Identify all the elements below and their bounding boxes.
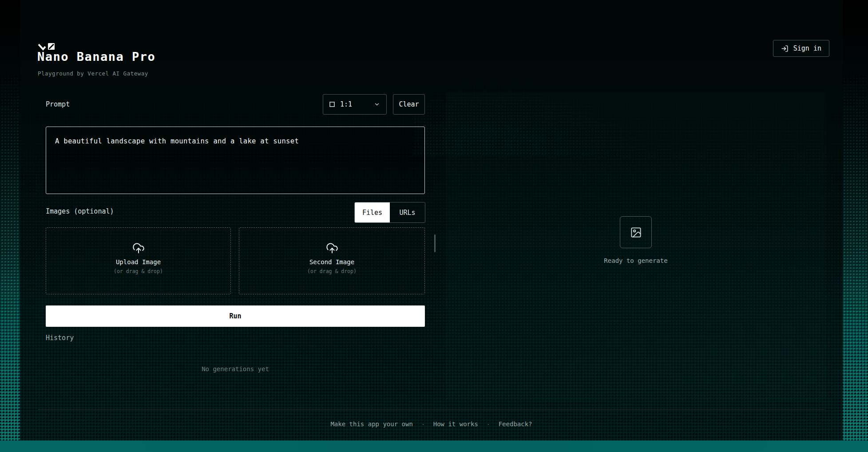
cloud-upload-icon [326,242,338,254]
tab-files[interactable]: Files [355,202,390,222]
panel-resize-handle[interactable] [434,234,436,252]
square-icon [329,102,335,107]
clear-button[interactable]: Clear [393,94,425,115]
prompt-input[interactable]: A beautiful landscape with mountains and… [46,127,425,194]
second-image-dropzone[interactable]: Second Image (or drag & drop) [239,227,425,294]
footer-separator: · [487,421,490,428]
prompt-label: Prompt [46,100,70,108]
preview-status-text: Ready to generate [446,257,826,264]
image-placeholder-icon [630,226,642,238]
page: Nano Banana Pro Playground by Vercel AI … [0,0,868,452]
history-empty-message: No generations yet [46,365,425,373]
aspect-ratio-dropdown[interactable]: 1:1 [323,94,387,115]
upload-image-dropzone[interactable]: Upload Image (or drag & drop) [46,227,231,294]
footer-link-how-it-works[interactable]: How it works [433,420,478,428]
footer-divider [38,409,825,410]
log-in-icon [781,45,789,52]
footer-link-make-your-own[interactable]: Make this app your own [330,420,412,428]
run-button[interactable]: Run [46,305,425,327]
app-container: Nano Banana Pro Playground by Vercel AI … [20,0,843,440]
preview-placeholder-box [620,216,652,248]
cloud-upload-icon [132,242,145,254]
footer: Make this app your own · How it works · … [20,420,843,428]
page-title: Nano Banana Pro [37,50,155,63]
clear-label: Clear [399,100,419,108]
upload-box-title: Second Image [309,258,354,266]
upload-box-title: Upload Image [116,258,161,266]
image-source-toggle: Files URLs [354,202,425,223]
history-section-label: History [46,334,74,342]
chevron-down-icon [374,101,380,107]
tab-urls[interactable]: URLs [390,202,425,222]
upload-box-hint: (or drag & drop) [114,268,163,274]
aspect-ratio-value: 1:1 [340,100,352,108]
page-subtitle: Playground by Vercel AI Gateway [38,70,148,77]
footer-separator: · [421,421,425,428]
footer-link-feedback[interactable]: Feedback? [499,420,532,428]
images-section-label: Images (optional) [46,207,114,215]
sign-in-label: Sign in [793,44,821,52]
sign-in-button[interactable]: Sign in [773,40,829,57]
upload-box-hint: (or drag & drop) [307,268,357,274]
generation-preview-panel: Ready to generate [446,92,826,401]
